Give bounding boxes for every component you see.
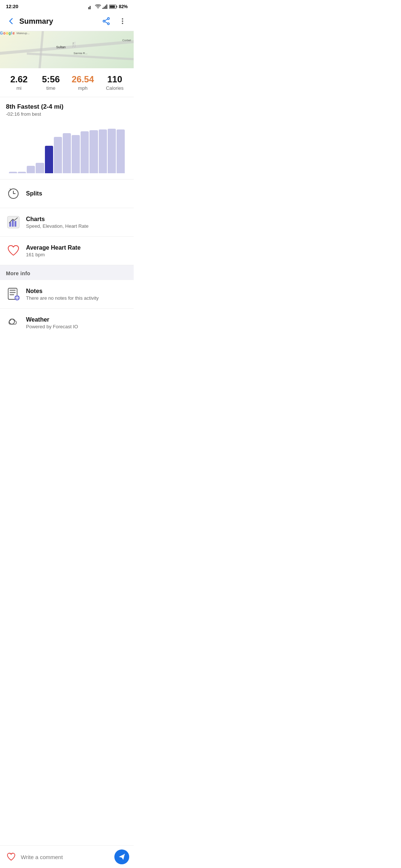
weather-text: Weather Powered by Forecast IO (26, 316, 128, 329)
battery-percent: 82% (119, 4, 128, 9)
notes-item[interactable]: Notes There are no notes for this activi… (0, 280, 134, 309)
time-display: 12:20 (6, 4, 18, 9)
splits-text: Splits (26, 190, 128, 197)
notes-list-icon (7, 287, 20, 301)
svg-point-10 (108, 23, 110, 25)
charts-title: Charts (26, 216, 128, 223)
weather-item[interactable]: Weather Powered by Forecast IO (0, 309, 134, 337)
share-icon (102, 17, 110, 25)
battery-icon (109, 4, 117, 9)
page-title: Summary (19, 17, 100, 26)
weather-cloud-icon (7, 316, 20, 329)
bar-3 (36, 163, 44, 173)
bar-0 (9, 172, 17, 173)
map-sultan-label: Sultan (56, 45, 66, 49)
heart-rate-subtitle: 161 bpm (26, 252, 128, 257)
splits-title: Splits (26, 190, 128, 197)
svg-point-15 (122, 20, 123, 22)
back-icon (7, 17, 15, 25)
charts-icon (6, 215, 21, 230)
bar-5 (54, 137, 62, 173)
stats-row: 2.62 mi 5:56 time 26.54 mph 110 Calories (0, 68, 134, 97)
stat-time-value: 5:56 (35, 74, 67, 85)
share-button[interactable] (100, 14, 113, 28)
notes-icon (6, 287, 21, 302)
bar-4 (45, 146, 53, 173)
status-time: 12:20 (6, 4, 18, 9)
svg-rect-8 (110, 5, 115, 8)
notes-subtitle: There are no notes for this activity (26, 295, 128, 301)
clock-refresh-icon (7, 188, 19, 200)
bar-12 (117, 129, 125, 173)
more-button[interactable] (116, 14, 129, 28)
svg-line-12 (105, 19, 107, 21)
charts-item[interactable]: Charts Speed, Elevation, Heart Rate (0, 208, 134, 237)
svg-point-9 (108, 18, 110, 20)
map-corbel-label: Corbel (122, 39, 131, 42)
svg-rect-0 (88, 7, 89, 9)
top-bar: Summary (0, 11, 134, 31)
svg-rect-5 (106, 4, 107, 9)
bar-chart (6, 121, 128, 173)
charts-text: Charts Speed, Elevation, Heart Rate (26, 216, 128, 229)
stat-calories-value: 110 (99, 74, 131, 85)
charts-subtitle: Speed, Elevation, Heart Rate (26, 223, 128, 229)
splits-item[interactable]: Splits (0, 180, 134, 208)
stat-distance: 2.62 mi (3, 74, 35, 91)
stat-distance-value: 2.62 (3, 74, 35, 85)
bar-6 (63, 133, 71, 173)
stat-speed: 26.54 mph (67, 74, 99, 91)
map-road-1 (0, 39, 134, 56)
comment-spacer (0, 337, 134, 363)
svg-rect-1 (89, 6, 91, 9)
bar-10 (99, 129, 107, 173)
heart-rate-icon (6, 243, 21, 258)
more-icon (118, 17, 127, 25)
svg-point-16 (122, 23, 123, 24)
svg-rect-21 (14, 221, 16, 227)
wifi-icon (95, 4, 101, 9)
svg-point-11 (103, 20, 105, 22)
heart-icon (7, 244, 20, 257)
stat-time-label: time (35, 85, 67, 91)
more-info-header: More info (0, 265, 134, 280)
status-icons: 82% (88, 4, 128, 9)
notes-title: Notes (26, 288, 128, 295)
weather-subtitle: Powered by Forecast IO (26, 324, 128, 329)
stat-time: 5:56 time (35, 74, 67, 91)
svg-rect-3 (104, 7, 105, 9)
svg-point-14 (122, 18, 123, 20)
svg-rect-7 (116, 6, 117, 7)
bar-11 (108, 129, 116, 173)
heart-rate-title: Average Heart Rate (26, 244, 128, 251)
stat-calories: 110 Calories (99, 74, 131, 91)
achievement-section: 8th Fastest (2-4 mi) -02:16 from best (0, 97, 134, 179)
svg-rect-2 (102, 8, 104, 9)
stat-speed-value: 26.54 (67, 74, 99, 85)
bar-1 (18, 172, 26, 173)
stat-distance-label: mi (3, 85, 35, 91)
bar-2 (27, 166, 35, 173)
svg-rect-4 (105, 6, 106, 9)
splits-icon (6, 186, 21, 201)
google-maps-label: Google Makeup... (0, 31, 134, 35)
map-background: Sultan Sarnia R... Corbel 🍴 Google Makeu… (0, 31, 134, 68)
back-button[interactable] (4, 14, 18, 28)
cellular-icon (102, 4, 108, 9)
map-area[interactable]: Sultan Sarnia R... Corbel 🍴 Google Makeu… (0, 31, 134, 68)
map-pin-icon: 🍴 (71, 42, 77, 47)
notes-text: Notes There are no notes for this activi… (26, 288, 128, 301)
stat-calories-label: Calories (99, 85, 131, 91)
svg-point-29 (9, 319, 14, 324)
bar-7 (72, 135, 80, 173)
stat-speed-label: mph (67, 85, 99, 91)
achievement-subtitle: -02:16 from best (6, 111, 128, 117)
chart-icon (7, 216, 20, 229)
bar-8 (81, 131, 89, 173)
achievement-title: 8th Fastest (2-4 mi) (6, 103, 128, 111)
map-sarnia-label: Sarnia R... (74, 52, 88, 55)
svg-rect-24 (10, 292, 16, 293)
heart-rate-item[interactable]: Average Heart Rate 161 bpm (0, 237, 134, 265)
svg-rect-25 (10, 294, 14, 295)
signal-icon (88, 4, 94, 9)
